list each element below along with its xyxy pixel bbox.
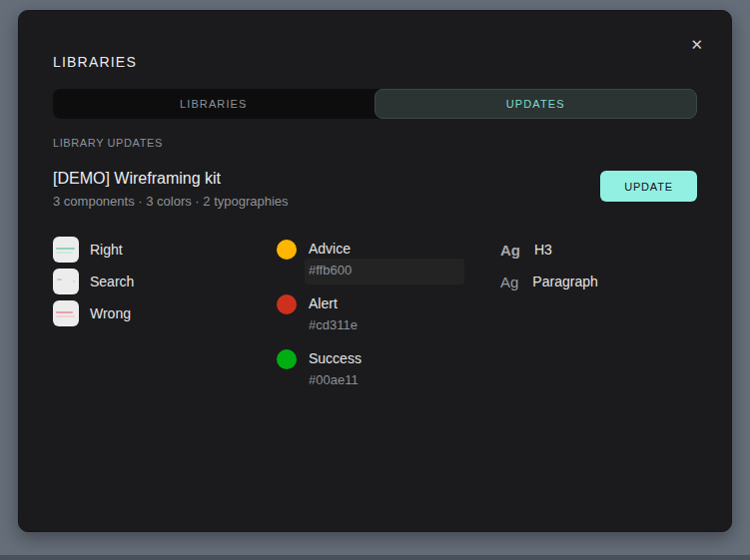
color-name: Success [309,348,362,369]
component-thumbnail-icon [53,237,79,263]
color-swatch [277,240,297,260]
typography-name: Paragraph [532,274,597,289]
color-swatch [277,349,297,369]
typography-item: Ag H3 [500,237,697,263]
library-contents-grid: Right Search Wrong Advice #ffb600 [53,237,697,403]
libraries-dialog: ✕ LIBRARIES LIBRARIES UPDATES LIBRARY UP… [18,10,732,532]
component-thumbnail-icon [53,269,79,294]
color-hex: #00ae11 [309,369,362,390]
section-label: LIBRARY UPDATES [53,137,163,149]
typography-sample: Ag [500,274,518,290]
taskbar-edge [0,555,750,560]
tab-bar: LIBRARIES UPDATES [53,89,697,119]
tab-updates[interactable]: UPDATES [375,89,698,119]
component-name: Search [90,274,134,289]
dialog-title: LIBRARIES [53,54,137,70]
components-column: Right Search Wrong [53,237,277,403]
typography-name: H3 [534,242,552,258]
colors-column: Advice #ffb600 Alert #cd311e Success #00… [277,237,500,403]
tab-libraries[interactable]: LIBRARIES [53,89,375,119]
color-item: Advice #ffb600 [277,239,500,280]
typography-item: Ag Paragraph [500,269,697,294]
color-hex: #cd311e [309,314,358,335]
color-name: Advice [309,239,352,260]
color-item: Success #00ae11 [277,348,500,390]
component-name: Wrong [90,305,131,321]
library-update-row: [DEMO] Wireframing kit 3 components · 3 … [53,169,697,210]
library-summary: 3 components · 3 colors · 2 typographies [53,194,289,210]
component-item: Right [53,237,277,263]
typographies-column: Ag H3 Ag Paragraph [500,237,697,403]
typography-sample: Ag [500,242,520,259]
component-item: Search [53,269,277,294]
component-thumbnail-icon [53,300,79,326]
color-swatch [277,294,297,314]
component-name: Right [90,242,123,258]
close-icon[interactable]: ✕ [690,37,703,52]
component-item: Wrong [53,300,277,326]
update-button[interactable]: UPDATE [600,171,697,202]
library-name: [DEMO] Wireframing kit [53,169,289,189]
color-name: Alert [309,293,358,314]
color-text: Alert #cd311e [309,293,358,335]
color-text: Advice #ffb600 [309,239,352,280]
color-item: Alert #cd311e [277,293,500,335]
library-info: [DEMO] Wireframing kit 3 components · 3 … [53,169,289,210]
color-text: Success #00ae11 [309,348,362,390]
color-hex: #ffb600 [309,260,352,280]
